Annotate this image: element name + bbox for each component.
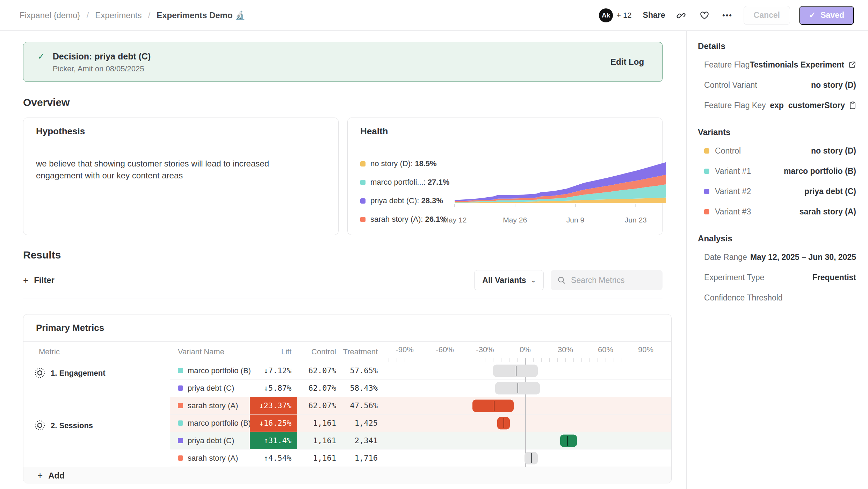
variant-color-chip [704,148,709,154]
analysis-heading: Analysis [692,234,860,243]
results-divider [23,298,663,298]
field-label: Feature Flag Key [704,101,766,110]
topbar: Fixpanel {demo} / Experiments / Experime… [0,0,868,31]
field-label: Variant #3 [704,207,751,217]
x-axis-label: May 12 [443,216,467,224]
health-title: Health [360,126,388,137]
table-row[interactable]: priya debt (C)↓5.87%62.07%58.43% [170,380,671,397]
lift-mean-tick [518,383,518,393]
axis-minor-tick [509,358,509,362]
variants-dropdown[interactable]: All Variants ⌄ [474,270,544,290]
results-heading: Results [23,249,663,261]
search-icon [557,276,566,285]
health-area-chart [453,155,667,207]
legend-label: priya debt (C): 28.3% [370,196,443,205]
variants-row: Variant #2priya debt (C) [692,181,860,201]
axis-minor-tick [389,358,389,362]
axis-tick-label: -90% [396,345,413,354]
variant-name-cell: priya debt (C) [170,432,250,449]
variant-color-chip [178,420,183,426]
details-section: DetailsFeature FlagTestimonials Experime… [692,41,860,115]
field-value: May 12, 2025 – Jun 30, 2025 [750,253,856,262]
external-link-icon[interactable] [848,61,856,69]
axis-tick-label: -60% [436,345,454,354]
copy-link-icon[interactable] [674,8,688,22]
favorite-heart-icon[interactable] [697,8,711,22]
hypothesis-text: we believe that showing customer stories… [23,145,324,194]
decision-title: Decision: priya debt (C) [53,50,151,62]
share-button[interactable]: Share [643,10,665,20]
search-metrics-input[interactable] [571,276,655,285]
field-value-wrap: May 12, 2025 – Jun 30, 2025 [747,253,856,262]
legend-label: sarah story (A): 26.1% [370,215,447,224]
table-row[interactable]: marco portfolio (B)↓7.12%62.07%57.65% [170,362,671,380]
hypothesis-title: Hypothesis [36,126,85,137]
primary-metrics-card: Primary Metrics Metric Variant Name Lift… [23,314,672,483]
breadcrumb-separator: / [148,10,151,20]
metric-cell: 2. Sessions [23,414,170,467]
collaborators-count[interactable]: + 12 [616,11,631,20]
breadcrumb-project[interactable]: Fixpanel {demo} [20,10,80,20]
plus-icon: + [37,470,43,481]
field-value-wrap: Testimonials Experiment [750,60,856,70]
avatar[interactable]: Ak [599,8,613,22]
axis-minor-tick [662,358,662,362]
table-row[interactable]: priya debt (C)↑31.4%1,1612,341 [170,432,671,449]
edit-log-button[interactable]: Edit Log [610,57,644,67]
more-options-icon[interactable]: ••• [721,8,735,22]
control-value: 1,161 [297,449,338,467]
details-sidebar: DetailsFeature FlagTestimonials Experime… [687,31,868,489]
table-row[interactable]: sarah story (A)↑4.54%1,1611,716 [170,449,671,467]
field-value-wrap: no story (D) [757,80,856,90]
control-value: 1,161 [297,432,338,449]
confidence-interval-cell [380,362,671,379]
variant-name: priya debt (C) [188,384,234,393]
main-content: ✓ Decision: priya debt (C) Picker, Amit … [0,31,687,489]
cancel-button[interactable]: Cancel [744,6,790,25]
axis-minor-tick [606,358,606,362]
axis-minor-tick [549,358,550,362]
axis-minor-tick [413,358,413,362]
axis-minor-tick [453,358,453,362]
metric-cell: 1. Engagement [23,362,170,414]
field-label: Control [704,146,741,156]
field-label: Date Range [704,253,747,262]
breadcrumb-separator: / [86,10,89,20]
table-row[interactable]: sarah story (A)↓23.37%62.07%47.56% [170,397,671,414]
health-legend: no story (D): 18.5%marco portfoli...: 27… [348,145,453,235]
saved-button[interactable]: ✓ Saved [799,6,854,25]
axis-minor-tick [485,358,485,362]
field-value-wrap: sarah story (A) [751,207,856,217]
details-heading: Details [692,41,860,51]
control-value: 62.07% [297,380,338,397]
confidence-interval-cell [380,380,671,397]
metric-group-rows: marco portfolio (B)↓7.12%62.07%57.65%pri… [170,362,671,414]
legend-item: priya debt (C): 28.3% [360,196,453,205]
axis-minor-tick [437,358,437,362]
metric-name: 2. Sessions [51,421,93,430]
variant-color-chip [178,403,183,408]
lift-mean-tick [531,453,532,463]
copy-icon[interactable] [849,101,856,109]
variant-name-cell: marco portfolio (B) [170,414,250,432]
variant-name: marco portfolio (B) [188,419,251,428]
legend-value: 18.5% [415,159,436,168]
health-chart: May 12May 26Jun 9Jun 23 [453,145,662,235]
lift-cell: ↑4.54% [250,449,297,467]
add-filter-button[interactable]: + Filter [23,275,55,286]
field-value-wrap: marco portfolio (B) [751,166,856,176]
x-axis-label: May 26 [503,216,527,224]
add-metric-button[interactable]: + Add [23,467,671,483]
breadcrumb-experiments[interactable]: Experiments [95,10,142,20]
field-label-text: Variant #2 [715,187,751,196]
table-row[interactable]: marco portfolio (B)↓16.25%1,1611,425 [170,414,671,432]
axis-minor-tick [405,358,405,362]
decision-subtitle: Picker, Amit on 08/05/2025 [53,64,151,73]
lift-cell: ↓5.87% [250,380,297,397]
field-label: Experiment Type [704,273,764,282]
field-label: Feature Flag [704,60,750,70]
axis-tick-label: 60% [598,345,613,354]
analysis-section: AnalysisDate RangeMay 12, 2025 – Jun 30,… [692,234,860,308]
lift-cell: ↓7.12% [250,362,297,379]
treatment-value: 57.65% [338,362,380,379]
